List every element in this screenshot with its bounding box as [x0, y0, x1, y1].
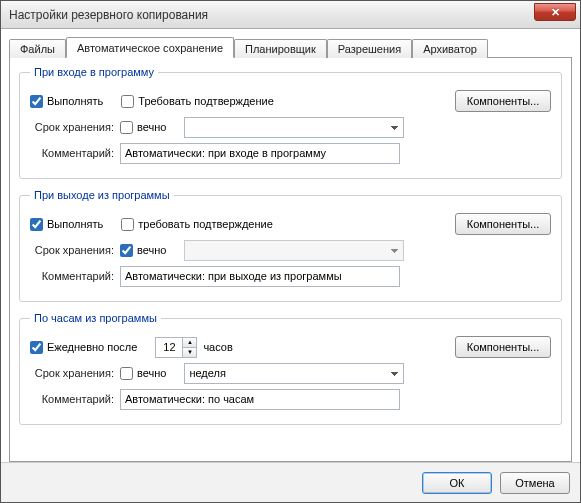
- forever-checkbox-logout-wrap[interactable]: вечно: [120, 244, 166, 257]
- tab-autosave[interactable]: Автоматическое сохранение: [66, 37, 234, 58]
- close-icon: ✕: [551, 6, 560, 19]
- group-on-logout-legend: При выходе из программы: [30, 189, 174, 201]
- execute-label-login: Выполнять: [47, 95, 103, 107]
- cancel-button[interactable]: Отмена: [500, 472, 570, 494]
- confirm-checkbox-logout[interactable]: [121, 218, 134, 231]
- hours-spinner[interactable]: ▲ ▼: [155, 337, 197, 358]
- window-title: Настройки резервного копирования: [9, 8, 208, 22]
- components-button-logout[interactable]: Компоненты...: [455, 213, 551, 235]
- dialog-footer: ОК Отмена: [1, 462, 580, 502]
- group-on-logout: При выходе из программы Компоненты... Вы…: [19, 189, 562, 302]
- hours-suffix: часов: [203, 341, 232, 353]
- tab-strip: Файлы Автоматическое сохранение Планиров…: [9, 35, 572, 57]
- confirm-checkbox-login-wrap[interactable]: Требовать подтверждение: [121, 95, 274, 108]
- confirm-checkbox-login[interactable]: [121, 95, 134, 108]
- tab-files[interactable]: Файлы: [9, 39, 66, 58]
- group-on-login: При входе в программу Компоненты... Выпо…: [19, 66, 562, 179]
- hours-input[interactable]: [156, 338, 182, 357]
- execute-checkbox-login-wrap[interactable]: Выполнять: [30, 95, 103, 108]
- comment-input-logout[interactable]: [120, 266, 400, 287]
- dialog-window: Настройки резервного копирования ✕ Файлы…: [0, 0, 581, 503]
- duration-combo-clock[interactable]: неделя: [184, 363, 404, 384]
- daily-label: Ежедневно после: [47, 341, 137, 353]
- forever-checkbox-login-wrap[interactable]: вечно: [120, 121, 166, 134]
- comment-input-clock[interactable]: [120, 389, 400, 410]
- comment-label-clock: Комментарий:: [30, 393, 120, 405]
- group-on-login-legend: При входе в программу: [30, 66, 158, 78]
- dialog-body: Файлы Автоматическое сохранение Планиров…: [1, 29, 580, 462]
- comment-label-login: Комментарий:: [30, 147, 120, 159]
- forever-checkbox-clock-wrap[interactable]: вечно: [120, 367, 166, 380]
- tab-permissions[interactable]: Разрешения: [327, 39, 412, 58]
- components-button-clock[interactable]: Компоненты...: [455, 336, 551, 358]
- execute-checkbox-logout-wrap[interactable]: Выполнять: [30, 218, 103, 231]
- forever-label-clock: вечно: [137, 367, 166, 379]
- confirm-label-logout: требовать подтверждение: [138, 218, 272, 230]
- tab-archiver[interactable]: Архиватор: [412, 39, 488, 58]
- confirm-checkbox-logout-wrap[interactable]: требовать подтверждение: [121, 218, 272, 231]
- tab-scheduler[interactable]: Планировщик: [234, 39, 327, 58]
- spinner-down-icon[interactable]: ▼: [183, 347, 196, 357]
- execute-checkbox-login[interactable]: [30, 95, 43, 108]
- duration-combo-login[interactable]: [184, 117, 404, 138]
- forever-label-logout: вечно: [137, 244, 166, 256]
- confirm-label-login: Требовать подтверждение: [138, 95, 274, 107]
- duration-combo-logout: [184, 240, 404, 261]
- forever-label-login: вечно: [137, 121, 166, 133]
- daily-checkbox[interactable]: [30, 341, 43, 354]
- group-by-clock-legend: По часам из программы: [30, 312, 161, 324]
- forever-checkbox-clock[interactable]: [120, 367, 133, 380]
- tab-panel-autosave: При входе в программу Компоненты... Выпо…: [9, 57, 572, 462]
- titlebar: Настройки резервного копирования ✕: [1, 1, 580, 29]
- storage-label-login: Срок хранения:: [30, 121, 120, 133]
- storage-label-clock: Срок хранения:: [30, 367, 120, 379]
- execute-label-logout: Выполнять: [47, 218, 103, 230]
- forever-checkbox-login[interactable]: [120, 121, 133, 134]
- comment-input-login[interactable]: [120, 143, 400, 164]
- components-button-login[interactable]: Компоненты...: [455, 90, 551, 112]
- close-button[interactable]: ✕: [534, 3, 576, 21]
- ok-button[interactable]: ОК: [422, 472, 492, 494]
- group-by-clock: По часам из программы Компоненты... Ежед…: [19, 312, 562, 425]
- spinner-buttons: ▲ ▼: [182, 338, 196, 357]
- execute-checkbox-logout[interactable]: [30, 218, 43, 231]
- daily-checkbox-wrap[interactable]: Ежедневно после: [30, 341, 137, 354]
- comment-label-logout: Комментарий:: [30, 270, 120, 282]
- spinner-up-icon[interactable]: ▲: [183, 338, 196, 347]
- storage-label-logout: Срок хранения:: [30, 244, 120, 256]
- forever-checkbox-logout[interactable]: [120, 244, 133, 257]
